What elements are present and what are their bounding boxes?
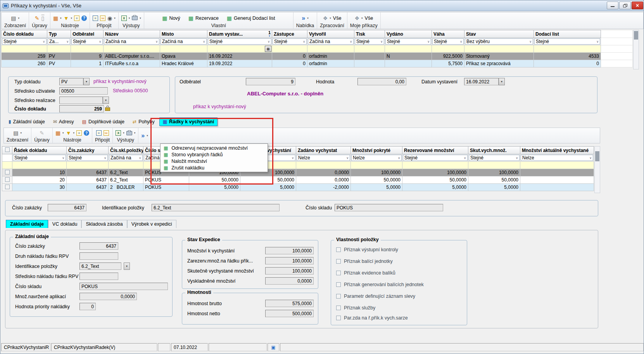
hmotnost-brutto-field[interactable]: 575,0000 bbox=[265, 300, 314, 307]
identifikace-dropdown-button[interactable]: ▼ bbox=[124, 262, 130, 270]
col-header[interactable]: Řádek dokladu bbox=[12, 147, 67, 154]
checkbox[interactable] bbox=[336, 282, 341, 287]
stredisko-realizace-dropdown-button[interactable]: ▼ bbox=[103, 97, 109, 104]
chevron-down-icon[interactable]: ▾ bbox=[307, 17, 309, 20]
moje-prikazy-value[interactable]: Vše bbox=[365, 16, 373, 21]
filter-funnel-icon[interactable]: ▼ bbox=[64, 16, 69, 21]
tab-adresy[interactable]: ✉Adresy bbox=[50, 117, 78, 126]
list-icon[interactable]: ≔ bbox=[104, 130, 109, 136]
sliders-icon[interactable]: ≡ bbox=[74, 16, 79, 21]
filter-select[interactable]: Stejné∨ bbox=[355, 38, 384, 45]
tab-zakladni-udaje[interactable]: ▮Základní údaje bbox=[5, 117, 48, 126]
filter-select[interactable]: Stejné∨ bbox=[385, 38, 431, 45]
chevron-down-icon[interactable]: ▾ bbox=[140, 17, 141, 20]
hodnota-field[interactable]: 0,00 bbox=[357, 78, 406, 85]
skutecne-vychystane-field[interactable]: 100,0000 bbox=[265, 267, 314, 275]
select-all-checkbox[interactable] bbox=[5, 147, 10, 152]
cislo-dokladu-field[interactable]: 259 bbox=[59, 105, 104, 112]
chevron-down-icon[interactable]: ▾ bbox=[330, 17, 331, 20]
toolbar-group-zobrazeni[interactable]: ▤▾ Zobrazení bbox=[4, 128, 31, 143]
date-picker-button[interactable]: ▦ bbox=[265, 46, 271, 52]
edit-icon[interactable]: ✎ bbox=[40, 130, 44, 136]
chevron-down-icon[interactable]: ▾ bbox=[123, 131, 124, 135]
chevron-down-icon[interactable]: ▾ bbox=[21, 131, 22, 135]
media-icon[interactable]: ◉ bbox=[107, 16, 112, 21]
col-header[interactable]: Vytvořil bbox=[307, 30, 354, 38]
table-settings-icon[interactable]: ▦ bbox=[53, 16, 58, 21]
minimize-button[interactable] bbox=[607, 2, 618, 9]
filter-select[interactable]: Bez výběru∨ bbox=[465, 38, 533, 45]
col-header[interactable]: Místo bbox=[160, 30, 207, 38]
novy-button[interactable]: ▦Nový bbox=[159, 15, 183, 22]
detail-cislo-skladu-field[interactable]: POKUS bbox=[335, 204, 443, 211]
chevrons-icon[interactable]: » bbox=[302, 15, 305, 21]
filter-select[interactable]: Stejné∨ bbox=[71, 38, 103, 45]
col-header[interactable]: Stav bbox=[464, 30, 534, 38]
identifikace-polozky-field[interactable]: 6.2_Text bbox=[79, 262, 121, 270]
generuj-dodaci-list-button[interactable]: ▦Generuj Dodací list bbox=[224, 15, 278, 22]
detail-identifikace-field[interactable]: 6.2_Text bbox=[152, 204, 280, 211]
tab-detail-zakladni-udaje[interactable]: Základní údaje bbox=[6, 220, 48, 228]
zpracovani-value[interactable]: Vše bbox=[333, 16, 342, 21]
row-checkbox[interactable] bbox=[5, 177, 10, 182]
col-header[interactable]: Čís.zakázky bbox=[67, 147, 109, 154]
restore-button[interactable] bbox=[619, 2, 631, 9]
vyskladnene-mnozstvi-field[interactable]: 0,0000 bbox=[265, 277, 314, 285]
priorita-nakladky-field[interactable]: 0 bbox=[79, 303, 96, 310]
print-icon[interactable] bbox=[126, 131, 132, 135]
chevron-down-icon[interactable]: ▾ bbox=[18, 17, 20, 20]
typ-dokladu-field[interactable]: PV bbox=[59, 78, 83, 85]
zarezervovane-mnozstvi-field[interactable]: 100,0000 bbox=[265, 257, 314, 264]
datum-vystaveni-field[interactable]: 16.09.2022 bbox=[464, 78, 499, 85]
view-icon[interactable]: ▤ bbox=[11, 16, 16, 21]
col-header[interactable]: Zástupce bbox=[272, 30, 307, 38]
chevron-down-icon[interactable]: ▾ bbox=[73, 131, 74, 135]
filter-select[interactable]: Stejné∨ bbox=[403, 155, 468, 161]
cislo-zakazky-field[interactable]: 6437 bbox=[79, 242, 118, 250]
row-checkbox[interactable] bbox=[5, 170, 10, 174]
tab-vyrobek-v-expedici[interactable]: Výrobek v expedici bbox=[127, 220, 176, 228]
chevron-down-icon[interactable]: ▾ bbox=[147, 134, 148, 137]
filter-select[interactable]: Stejné∨ bbox=[432, 38, 464, 45]
excel-icon[interactable]: X bbox=[116, 130, 121, 136]
checkbox[interactable] bbox=[336, 306, 341, 310]
scrollbar-thumb[interactable] bbox=[595, 151, 599, 161]
lines-grid-scrollbar[interactable] bbox=[594, 146, 600, 193]
scrollbar-thumb[interactable] bbox=[634, 31, 638, 40]
druh-nakladu-field[interactable] bbox=[79, 252, 118, 260]
col-header[interactable]: Množství aktuálně vychystané bbox=[520, 147, 594, 154]
col-header[interactable]: Název bbox=[104, 30, 160, 38]
detail-cislo-zakazky-field[interactable]: 6437 bbox=[48, 204, 86, 211]
filter-funnel-icon[interactable]: ▼ bbox=[66, 130, 71, 136]
note-icon[interactable]: ≡ bbox=[93, 16, 98, 21]
col-header[interactable]: Tisk bbox=[354, 30, 385, 38]
print-icon[interactable] bbox=[132, 16, 138, 20]
mnoz-navrzene-field[interactable]: 0,0000 bbox=[79, 293, 137, 300]
typ-dokladu-dropdown-button[interactable]: ▼ bbox=[83, 78, 90, 85]
rezervace-button[interactable]: ▦Rezervace bbox=[185, 15, 222, 22]
col-header-sorted[interactable]: Datum vystav...1▼ bbox=[207, 30, 272, 38]
filter-select[interactable]: Nelze∨ bbox=[521, 155, 593, 161]
col-header[interactable]: Množství pokryté bbox=[351, 147, 402, 154]
orders-search-row[interactable]: ▦ bbox=[2, 45, 633, 53]
excel-icon[interactable]: X bbox=[121, 16, 127, 21]
process-icon[interactable]: ❖ bbox=[323, 15, 328, 21]
filter-select[interactable]: Stejné∨ bbox=[534, 38, 600, 45]
help-icon[interactable]: ? bbox=[81, 16, 87, 21]
filter-select[interactable]: Začíná na∨ bbox=[104, 38, 159, 45]
col-header[interactable]: Váha bbox=[432, 30, 464, 38]
col-header[interactable]: Zadáno vychystat bbox=[296, 147, 351, 154]
lines-search-row[interactable] bbox=[2, 162, 594, 169]
note-icon[interactable]: ≡ bbox=[96, 130, 102, 136]
filter-select[interactable]: Začíná na∨ bbox=[308, 38, 354, 45]
filter-select[interactable]: Za...∨ bbox=[48, 38, 70, 45]
checkbox[interactable] bbox=[336, 294, 341, 299]
chevron-down-icon[interactable]: ▾ bbox=[129, 17, 130, 20]
toolbar-group-zobrazeni[interactable]: ▤▾ Zobrazení bbox=[2, 12, 29, 29]
hmotnost-netto-field[interactable]: 500,0000 bbox=[265, 310, 314, 317]
view-icon[interactable]: ▤ bbox=[13, 130, 18, 136]
filter-select[interactable]: Stejné∨ bbox=[13, 155, 66, 161]
datum-vystaveni-spin-button[interactable]: ▼ bbox=[499, 78, 505, 85]
stredisko-nakladu-field[interactable] bbox=[79, 273, 118, 280]
filter-select[interactable]: Stejné∨ bbox=[273, 38, 307, 45]
